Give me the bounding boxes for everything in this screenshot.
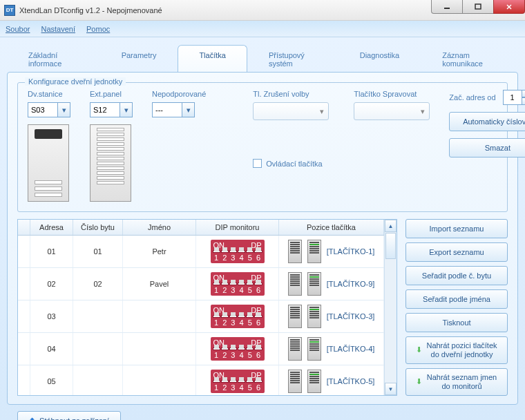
print-button[interactable]: Tisknout	[405, 313, 508, 332]
cell-jmeno	[123, 365, 196, 395]
upload-positions-button[interactable]: ⬇Nahrát pozici tlačítek do dveřní jednot…	[405, 336, 508, 364]
col-cislo[interactable]: Číslo bytu	[73, 220, 123, 235]
arrow-up-icon: ⬆	[29, 417, 35, 421]
door-unit-config: Konfigurace dveřní jednotky Dv.stanice ▾…	[17, 82, 508, 212]
tab-params[interactable]: Parametry	[100, 45, 178, 73]
cell-adresa: 01	[30, 236, 73, 267]
app-icon: DT	[4, 5, 15, 16]
window-title: XtendLan DTconfig v1.2 - Nepojmenované	[19, 6, 162, 15]
panel-icon	[288, 337, 302, 361]
checkbox-icon[interactable]	[253, 159, 262, 168]
extpanel-select[interactable]: ▾	[90, 102, 133, 117]
col-adresa[interactable]: Adresa	[30, 220, 73, 235]
cell-jmeno: Petr	[123, 236, 196, 267]
ovladaci-checkbox[interactable]: Ovládací tlačítka	[253, 159, 329, 168]
dvstanice-value[interactable]	[28, 102, 58, 117]
tabpanel-buttons: Konfigurace dveřní jednotky Dv.stanice ▾…	[7, 72, 518, 405]
close-button[interactable]	[493, 0, 525, 14]
cell-cislo	[73, 333, 123, 365]
dip-switch-icon: ONDP 123456	[211, 370, 265, 393]
table-row[interactable]: 05 ONDP 123456 [TLAČÍTKO-5]	[18, 365, 384, 395]
pozice-label: [TLAČÍTKO-1]	[327, 247, 375, 256]
menu-file[interactable]: Soubor	[6, 25, 30, 33]
table-row[interactable]: 02 02 Pavel ONDP 123456 [TLAČÍTKO-9]	[18, 268, 384, 300]
dip-switch-icon: ONDP 123456	[211, 305, 265, 328]
table-row[interactable]: 03 ONDP 123456 [TLAČÍTKO-3]	[18, 300, 384, 333]
table-row[interactable]: 01 01 Petr ONDP 123456 [TLAČÍTKO-1]	[18, 236, 384, 268]
cell-jmeno	[123, 300, 196, 332]
zac-adres-value[interactable]	[503, 90, 522, 105]
tl-zruseni-dropdown[interactable]: ▾	[253, 102, 329, 120]
col-pozice[interactable]: Pozice tlačítka	[279, 220, 384, 235]
cell-cislo	[73, 300, 123, 332]
tab-basic[interactable]: Základní informace	[7, 45, 100, 73]
spin-up-icon[interactable]: ▲	[522, 90, 525, 97]
cell-dip: ONDP 123456	[196, 365, 279, 395]
cell-adresa: 05	[30, 365, 73, 395]
svg-rect-1	[475, 4, 481, 9]
dip-switch-icon: ONDP 123456	[211, 240, 265, 263]
extpanel-value[interactable]	[90, 102, 120, 117]
titlebar: DT XtendLan DTconfig v1.2 - Nepojmenovan…	[0, 0, 525, 21]
cell-pozice: [TLAČÍTKO-3]	[279, 300, 384, 332]
panel-icon	[288, 272, 302, 296]
extpanel-label: Ext.panel	[90, 90, 133, 98]
import-button[interactable]: Import seznamu	[405, 219, 508, 238]
cell-jmeno	[123, 333, 196, 365]
tab-buttons[interactable]: Tlačítka	[178, 45, 247, 73]
zac-adres-spinner[interactable]: ▲▼	[503, 90, 525, 105]
dvstanice-label: Dv.stanice	[28, 90, 70, 98]
dip-switch-icon: ONDP 123456	[211, 337, 265, 361]
tabs: Základní informace Parametry Tlačítka Př…	[7, 44, 518, 73]
cell-dip: ONDP 123456	[196, 300, 279, 332]
nepodporovane-value[interactable]	[152, 102, 182, 117]
cell-adresa: 04	[30, 333, 73, 365]
chevron-down-icon[interactable]: ▾	[58, 102, 70, 117]
nepodporovane-label: Nepodporované	[152, 90, 206, 98]
export-button[interactable]: Export seznamu	[405, 242, 508, 262]
sort-jmeno-button[interactable]: Seřadit podle jména	[405, 289, 508, 309]
auto-number-button[interactable]: Automaticky číslovat	[449, 112, 525, 131]
row-selector-header	[18, 220, 30, 235]
maximize-button[interactable]	[462, 0, 494, 14]
cell-pozice: [TLAČÍTKO-1]	[279, 236, 384, 267]
menu-help[interactable]: Pomoc	[86, 25, 110, 33]
scroll-thumb[interactable]	[385, 233, 396, 259]
address-grid: Adresa Číslo bytu Jméno DIP monitoru Poz…	[17, 219, 397, 396]
chevron-down-icon[interactable]: ▾	[120, 102, 133, 117]
dvstanice-select[interactable]: ▾	[28, 102, 70, 117]
cell-cislo	[73, 365, 123, 395]
tab-diag[interactable]: Diagnostika	[338, 45, 421, 73]
scrollbar[interactable]: ▲ ▼	[384, 220, 397, 395]
clear-button[interactable]: Smazat	[449, 138, 525, 158]
panel-icon	[307, 240, 321, 263]
spin-down-icon[interactable]: ▼	[522, 97, 525, 105]
upload-names-button[interactable]: ⬇Nahrát seznam jmen do monitorů	[405, 368, 508, 396]
fieldset-legend: Konfigurace dveřní jednotky	[25, 77, 126, 86]
dvstanice-image	[28, 124, 69, 202]
ovladaci-label: Ovládací tlačítka	[266, 160, 322, 168]
chevron-down-icon[interactable]: ▾	[182, 102, 195, 117]
tl-spravovat-dropdown[interactable]: ▾	[354, 102, 430, 120]
menu-settings[interactable]: Nastavení	[41, 25, 75, 33]
scroll-down-icon[interactable]: ▼	[385, 383, 397, 395]
cell-pozice: [TLAČÍTKO-5]	[279, 365, 384, 395]
col-dip[interactable]: DIP monitoru	[196, 220, 279, 235]
pozice-label: [TLAČÍTKO-3]	[327, 312, 375, 321]
minimize-button[interactable]	[431, 0, 463, 14]
col-jmeno[interactable]: Jméno	[123, 220, 196, 235]
tl-spravovat-label: Tlačítko Spravovat	[354, 90, 430, 98]
panel-icon	[288, 305, 302, 328]
cell-adresa: 02	[30, 268, 73, 300]
panel-icon	[288, 370, 302, 393]
scroll-up-icon[interactable]: ▲	[385, 220, 397, 232]
cell-cislo: 02	[73, 268, 123, 300]
tab-access[interactable]: Přístupový systém	[247, 45, 338, 73]
dip-switch-icon: ONDP 123456	[211, 272, 265, 296]
download-button[interactable]: ⬆ Stáhnout ze zařízení	[17, 411, 121, 420]
nepodporovane-select[interactable]: ▾	[152, 102, 206, 117]
sort-byt-button[interactable]: Seřadit podle č. bytu	[405, 266, 508, 285]
tab-comm[interactable]: Záznam komunikace	[421, 45, 518, 73]
cell-cislo: 01	[73, 236, 123, 267]
table-row[interactable]: 04 ONDP 123456 [TLAČÍTKO-4]	[18, 333, 384, 365]
